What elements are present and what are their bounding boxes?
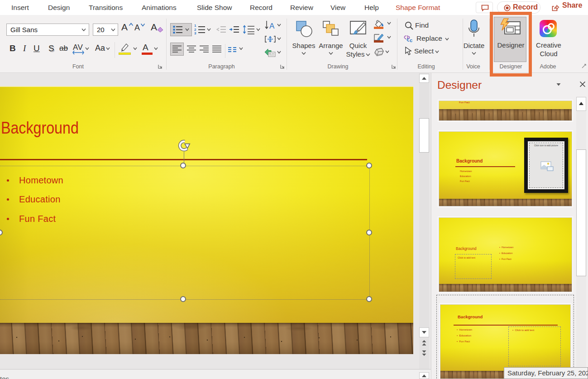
svg-text:A: A <box>269 22 275 30</box>
svg-text:c: c <box>410 38 412 43</box>
